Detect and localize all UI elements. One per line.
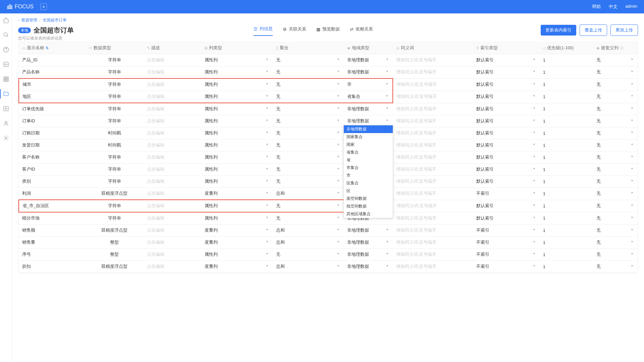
col-type-cell[interactable]: 度量列▾ xyxy=(201,237,272,249)
index-type-cell[interactable]: 不索引▾ xyxy=(473,249,540,261)
index-type-cell[interactable]: 默认索引▾ xyxy=(473,200,540,212)
desc-cell[interactable]: 点击编辑 xyxy=(144,188,202,200)
new-button[interactable]: + xyxy=(40,3,47,10)
geo-type-cell[interactable]: 非地理数据▾ xyxy=(344,249,393,261)
desc-cell[interactable]: 点击编辑 xyxy=(144,212,202,225)
col-type-cell[interactable]: 属性列▾ xyxy=(201,249,272,261)
synonym-cell[interactable]: 增加同义词,逗号隔开 xyxy=(393,176,473,188)
nest-cell[interactable]: 无▾ xyxy=(593,188,638,200)
breadcrumb-current[interactable]: 全国超市订单 xyxy=(43,17,67,23)
display-name-cell[interactable]: 客户名称 xyxy=(19,152,86,164)
display-name-cell[interactable]: 细分市场 xyxy=(19,212,86,225)
desc-cell[interactable]: 点击编辑 xyxy=(144,115,202,127)
index-type-cell[interactable]: 默认索引▾ xyxy=(473,164,540,176)
display-name-cell[interactable]: 省_市_自治区 xyxy=(19,200,86,212)
priority-cell[interactable]: 1 xyxy=(540,66,593,79)
col-type-cell[interactable]: 属性列▾ xyxy=(201,54,272,66)
folder-icon[interactable] xyxy=(3,90,9,97)
desc-cell[interactable]: 点击编辑 xyxy=(144,78,202,91)
agg-cell[interactable]: 无▾ xyxy=(273,249,344,261)
index-type-cell[interactable]: 不索引▾ xyxy=(473,225,540,237)
tab-depends[interactable]: ⇄ 依赖关系 xyxy=(350,26,373,36)
geo-type-cell[interactable]: 非地理数据▾ xyxy=(344,225,393,237)
priority-cell[interactable]: 1 xyxy=(540,91,593,103)
nest-cell[interactable]: 无▾ xyxy=(593,164,638,176)
index-type-cell[interactable]: 不索引▾ xyxy=(473,261,540,273)
col-type-cell[interactable]: 属性列▾ xyxy=(201,66,272,79)
agg-cell[interactable]: 总和▾ xyxy=(273,225,344,237)
priority-cell[interactable]: 1 xyxy=(540,188,593,200)
display-name-cell[interactable]: 城市 xyxy=(19,78,86,91)
display-name-cell[interactable]: 序号 xyxy=(19,249,86,261)
chart-icon[interactable] xyxy=(3,61,9,68)
geo-option[interactable]: 国家 xyxy=(344,141,393,148)
index-type-cell[interactable]: 不索引▾ xyxy=(473,237,540,249)
geo-option[interactable]: 线空间数据 xyxy=(344,202,393,210)
priority-cell[interactable]: 1 xyxy=(540,103,593,115)
col-type-cell[interactable]: 属性列▾ xyxy=(201,152,272,164)
index-type-cell[interactable]: 默认索引▾ xyxy=(473,127,540,139)
geo-option[interactable]: 区集合 xyxy=(344,179,393,187)
synonym-cell[interactable]: 增加同义词,逗号隔开 xyxy=(393,54,473,66)
desc-cell[interactable]: 点击编辑 xyxy=(144,176,202,188)
overwrite-button[interactable]: 覆盖上传 xyxy=(580,24,607,36)
synonym-cell[interactable]: 增加同义词,逗号隔开 xyxy=(393,212,473,225)
geo-type-cell[interactable]: 非地理数据▾ xyxy=(344,54,393,66)
agg-cell[interactable]: 无▾ xyxy=(273,176,344,188)
priority-cell[interactable]: 1 xyxy=(540,152,593,164)
agg-cell[interactable]: 无▾ xyxy=(273,103,344,115)
nest-cell[interactable]: 无▾ xyxy=(593,225,638,237)
geo-option[interactable]: 市集合 xyxy=(344,164,393,172)
priority-cell[interactable]: 1 xyxy=(540,237,593,249)
nest-cell[interactable]: 无▾ xyxy=(593,54,638,66)
settings-gear-icon[interactable] xyxy=(3,105,9,112)
col-type-cell[interactable]: 属性列▾ xyxy=(201,212,272,225)
index-type-cell[interactable]: 默认索引▾ xyxy=(473,115,540,127)
nest-cell[interactable]: 无▾ xyxy=(593,200,638,212)
tab-relations[interactable]: ⚙ 关联关系 xyxy=(283,26,306,36)
priority-cell[interactable]: 1 xyxy=(540,225,593,237)
priority-cell[interactable]: 1 xyxy=(540,54,593,66)
desc-cell[interactable]: 点击编辑 xyxy=(144,237,202,249)
index-type-cell[interactable]: 默认索引▾ xyxy=(473,212,540,225)
index-type-cell[interactable]: 不索引▾ xyxy=(473,188,540,200)
search-icon[interactable] xyxy=(3,32,9,38)
nest-cell[interactable]: 无▾ xyxy=(593,261,638,273)
display-name-cell[interactable]: 订购日期 xyxy=(19,127,86,139)
agg-cell[interactable]: 无▾ xyxy=(273,115,344,127)
tab-preview[interactable]: ▦ 预览数据 xyxy=(316,26,340,36)
nest-cell[interactable]: 无▾ xyxy=(593,127,638,139)
nest-cell[interactable]: 无▾ xyxy=(593,91,638,103)
col-type-cell[interactable]: 度量列▾ xyxy=(201,225,272,237)
desc-cell[interactable]: 点击编辑 xyxy=(144,139,202,152)
display-name-cell[interactable]: 产品_ID xyxy=(19,54,86,66)
index-type-cell[interactable]: 默认索引▾ xyxy=(473,139,540,152)
priority-cell[interactable]: 1 xyxy=(540,212,593,225)
col-type-cell[interactable]: 属性列▾ xyxy=(201,176,272,188)
geo-type-cell[interactable]: 市▾ xyxy=(344,78,393,91)
agg-cell[interactable]: 无▾ xyxy=(273,152,344,164)
display-name-cell[interactable]: 订单优先级 xyxy=(19,103,86,115)
agg-cell[interactable]: 无▾ xyxy=(273,164,344,176)
synonym-cell[interactable]: 增加同义词,逗号隔开 xyxy=(393,152,473,164)
geo-type-cell[interactable]: 非地理数据▾ xyxy=(344,237,393,249)
nest-cell[interactable]: 无▾ xyxy=(593,103,638,115)
sort-icon[interactable]: ⇅ xyxy=(46,46,49,50)
col-type-cell[interactable]: 属性列▾ xyxy=(201,127,272,139)
priority-cell[interactable]: 1 xyxy=(540,78,593,91)
display-name-cell[interactable]: 折扣 xyxy=(19,261,86,273)
append-button[interactable]: 累加上传 xyxy=(610,24,638,36)
synonym-cell[interactable]: 增加同义词,逗号隔开 xyxy=(393,261,473,273)
synonym-cell[interactable]: 增加同义词,逗号隔开 xyxy=(393,188,473,200)
nest-cell[interactable]: 无▾ xyxy=(593,249,638,261)
geo-option[interactable]: 面空间数据 xyxy=(344,195,393,202)
help-link[interactable]: 帮助 xyxy=(592,4,601,10)
user-link[interactable]: admin xyxy=(626,4,637,10)
nest-cell[interactable]: 无▾ xyxy=(593,237,638,249)
agg-cell[interactable]: 无▾ xyxy=(273,127,344,139)
geo-option[interactable]: 区 xyxy=(344,187,393,195)
geo-option[interactable]: 市 xyxy=(344,172,393,179)
synonym-cell[interactable]: 增加同义词,逗号隔开 xyxy=(393,225,473,237)
nest-cell[interactable]: 无▾ xyxy=(593,66,638,79)
agg-cell[interactable]: 无▾ xyxy=(273,91,344,103)
